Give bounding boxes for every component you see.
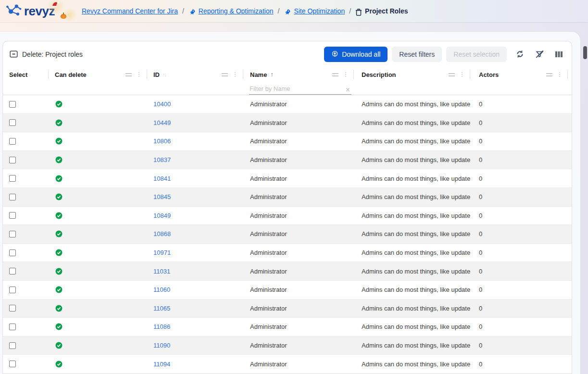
select-cell (3, 355, 49, 373)
role-id-link[interactable]: 11090 (153, 342, 170, 349)
row-checkbox[interactable] (9, 342, 16, 349)
name-filter-input[interactable] (249, 84, 351, 95)
column-settings-button[interactable] (553, 49, 565, 60)
column-label-name: Name (250, 71, 267, 78)
check-circle-icon (55, 342, 63, 349)
row-checkbox[interactable] (9, 287, 16, 293)
role-id-link[interactable]: 11065 (153, 305, 170, 312)
description-cell: Admins can do most things, like update s… (354, 225, 470, 243)
role-id-link[interactable]: 10806 (153, 137, 171, 145)
page-scrollbar-thumb[interactable] (583, 46, 587, 59)
column-more-menu-icon[interactable] (344, 72, 347, 77)
role-description: Admins can do most things, like update s… (362, 212, 470, 219)
id-cell: 10449 (147, 114, 243, 132)
role-name: Administrator (250, 119, 287, 126)
row-checkbox[interactable] (9, 305, 16, 312)
role-description: Admins can do most things, like update s… (362, 137, 470, 145)
select-cell (3, 95, 49, 113)
refresh-button[interactable] (513, 48, 526, 61)
column-filter-menu-icon[interactable] (332, 73, 338, 76)
description-cell: Admins can do most things, like update s… (354, 188, 470, 206)
role-description: Admins can do most things, like update s… (362, 175, 470, 182)
role-id-link[interactable]: 11060 (153, 286, 170, 293)
role-id-link[interactable]: 11031 (153, 268, 170, 275)
pumpkin-decoration (61, 14, 66, 19)
actors-count: 0 (479, 212, 482, 219)
card-title-label: Delete: Project roles (22, 50, 83, 58)
role-id-link[interactable]: 10400 (153, 100, 171, 108)
column-more-menu-icon[interactable] (138, 72, 140, 77)
can-delete-cell (49, 299, 147, 318)
role-id-link[interactable]: 10971 (153, 249, 171, 256)
table-header-labels: Select Can delete ID ↑↓ Name ↑ (3, 68, 572, 81)
row-checkbox[interactable] (9, 231, 16, 237)
check-circle-icon (55, 286, 63, 293)
role-name: Administrator (250, 361, 287, 368)
table-header-filters: × (3, 81, 572, 95)
column-header-actors: Actors (470, 68, 568, 81)
role-description: Admins can do most things, like update s… (362, 342, 470, 349)
revyz-logo[interactable]: revyz (5, 0, 72, 22)
table-row: 10971AdministratorAdmins can do most thi… (3, 244, 572, 262)
breadcrumb-link-reporting-optimization[interactable]: Reporting & Optimization (199, 7, 274, 15)
column-more-menu-icon[interactable] (234, 72, 237, 77)
name-cell: Administrator (243, 244, 354, 262)
role-id-link[interactable]: 10841 (153, 175, 171, 182)
id-cell: 11060 (147, 281, 243, 299)
column-more-menu-icon[interactable] (461, 72, 463, 77)
row-checkbox[interactable] (9, 157, 16, 163)
row-checkbox[interactable] (9, 268, 16, 274)
description-cell: Admins can do most things, like update s… (354, 318, 470, 336)
actors-count: 0 (479, 100, 482, 108)
top-header-bar: revyz Revyz Command Center for Jira / Re… (0, 0, 588, 22)
breadcrumb-separator: / (349, 7, 351, 15)
role-id-link[interactable]: 11086 (153, 323, 170, 330)
row-checkbox[interactable] (9, 119, 16, 126)
table-row: 11094AdministratorAdmins can do most thi… (3, 355, 572, 374)
role-id-link[interactable]: 11094 (153, 361, 170, 368)
column-more-menu-icon[interactable] (558, 72, 561, 77)
breadcrumb-link-command-center[interactable]: Revyz Command Center for Jira (82, 7, 178, 15)
reset-selection-button[interactable]: Reset selection (446, 47, 507, 62)
can-delete-cell (49, 281, 147, 299)
column-filter-menu-icon[interactable] (449, 73, 455, 76)
download-all-button[interactable]: Download all (324, 47, 388, 62)
role-id-link[interactable]: 10849 (153, 212, 171, 219)
name-cell: Administrator (243, 151, 354, 169)
can-delete-cell (49, 169, 147, 187)
row-checkbox[interactable] (9, 175, 16, 182)
row-checkbox[interactable] (9, 249, 16, 256)
column-filter-menu-icon[interactable] (222, 73, 228, 76)
role-id-link[interactable]: 10845 (153, 193, 171, 200)
description-cell: Admins can do most things, like update s… (354, 207, 470, 225)
row-checkbox[interactable] (9, 138, 16, 145)
column-header-name[interactable]: Name ↑ (243, 68, 354, 81)
breadcrumb-link-site-optimization[interactable]: Site Optimization (294, 7, 345, 15)
column-filter-menu-icon[interactable] (125, 73, 132, 76)
role-name: Administrator (250, 323, 287, 330)
rocket-icon (188, 9, 196, 16)
role-id-link[interactable]: 10868 (153, 230, 171, 237)
role-id-link[interactable]: 10837 (153, 156, 171, 163)
actors-cell: 0 (470, 244, 568, 262)
role-description: Admins can do most things, like update s… (362, 100, 470, 108)
actors-cell: 0 (470, 337, 568, 355)
role-description: Admins can do most things, like update s… (362, 230, 470, 237)
id-cell: 11031 (147, 262, 243, 280)
reset-filters-button[interactable]: Reset filters (392, 47, 442, 62)
role-description: Admins can do most things, like update s… (362, 286, 470, 293)
role-description: Admins can do most things, like update s… (362, 156, 470, 163)
row-checkbox[interactable] (9, 194, 16, 200)
row-checkbox[interactable] (9, 101, 16, 108)
row-checkbox[interactable] (9, 361, 16, 367)
clear-filter-icon[interactable]: × (346, 87, 350, 93)
clear-filters-button[interactable] (533, 48, 546, 61)
column-header-select: Select (3, 68, 49, 81)
row-checkbox[interactable] (9, 212, 16, 219)
column-header-id[interactable]: ID ↑↓ (147, 68, 243, 81)
select-cell (3, 244, 49, 262)
description-cell: Admins can do most things, like update s… (354, 132, 470, 150)
row-checkbox[interactable] (9, 324, 16, 330)
column-filter-menu-icon[interactable] (546, 73, 552, 76)
role-id-link[interactable]: 10449 (153, 119, 171, 126)
